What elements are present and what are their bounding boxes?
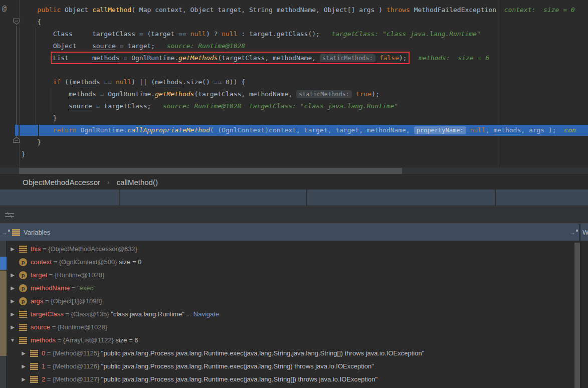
variable-value: = {Runtime@1028} xyxy=(50,321,107,334)
code-line[interactable]: } xyxy=(0,136,588,148)
code-editor[interactable]: @ public Object callMethod( Map context,… xyxy=(0,0,588,174)
expand-arrow-icon[interactable]: ▶ xyxy=(9,269,16,282)
code-token: , xyxy=(486,126,494,134)
code-line[interactable]: source = targetClass; source: Runtime@10… xyxy=(0,100,588,112)
expand-arrow-icon[interactable]: ▶ xyxy=(20,347,27,360)
parameter-icon: p xyxy=(19,284,27,292)
breadcrumb-class[interactable]: ObjectMethodAccessor xyxy=(23,178,100,186)
band-segment[interactable] xyxy=(496,189,588,206)
watches-panel-title[interactable]: W xyxy=(582,229,588,236)
expand-arrow-icon[interactable]: ▶ xyxy=(9,295,16,308)
variable-row[interactable]: ▶1 = {Method@1126} "public java.lang.Pro… xyxy=(7,360,574,373)
variable-row[interactable]: ▶targetClass = {Class@135} "class java.l… xyxy=(7,308,574,321)
variable-row[interactable]: ▶2 = {Method@1127} "public java.lang.Pro… xyxy=(7,373,574,386)
expand-arrow-icon[interactable]: ▶ xyxy=(20,360,27,373)
variables-panel: ▶this = {ObjectMethodAccessor@632}pconte… xyxy=(0,241,588,388)
code-token xyxy=(375,54,379,62)
variable-name: source xyxy=(31,321,50,334)
code-token: , args ); xyxy=(521,126,564,134)
vertical-scrollbar-thumb[interactable] xyxy=(574,243,580,388)
panel-splitter[interactable] xyxy=(579,224,580,241)
code-line[interactable]: public Object callMethod( Map context, O… xyxy=(0,4,588,16)
watches-pin-icon[interactable]: → xyxy=(569,229,575,236)
code-line[interactable]: Object source = target; source: Runtime@… xyxy=(0,40,588,52)
variable-row[interactable]: ▶pargs = {Object[1]@1098} xyxy=(7,295,574,308)
code-line[interactable] xyxy=(0,64,588,76)
band-segment[interactable] xyxy=(0,189,120,206)
breadcrumb-method[interactable]: callMethod() xyxy=(116,178,158,186)
band-segment[interactable] xyxy=(307,189,496,206)
stripe-selection-marker xyxy=(0,257,7,270)
stripe-scroll-marker[interactable] xyxy=(0,271,7,356)
inline-debugger-hint: con xyxy=(564,126,575,134)
code-token: methods xyxy=(69,90,96,98)
expand-arrow-icon[interactable]: ▶ xyxy=(9,321,16,334)
gutter-separator xyxy=(38,124,39,136)
code-line[interactable]: } xyxy=(0,148,588,160)
code-token: = targetClass; xyxy=(92,102,163,110)
code-token: OgnlRuntime. xyxy=(77,126,128,134)
variable-row[interactable]: ▶source = {Runtime@1028} xyxy=(7,321,574,334)
horizontal-scrollbar[interactable] xyxy=(0,167,588,174)
code-token: getMethods xyxy=(178,54,218,62)
variables-tree: ▶this = {ObjectMethodAccessor@632}pconte… xyxy=(7,243,574,386)
code-token xyxy=(22,6,37,14)
debugger-toolbar xyxy=(0,206,588,224)
field-icon xyxy=(30,350,38,357)
expand-arrow-icon[interactable]: ▼ xyxy=(9,334,16,347)
inline-debugger-hint: source: Runtime@1028 targetClass: "class… xyxy=(163,102,399,110)
expand-arrow-icon[interactable]: ▶ xyxy=(9,282,16,295)
panel-splitter[interactable] xyxy=(580,241,581,388)
variable-value: = {Method@1126} xyxy=(45,360,101,373)
expand-arrow-icon[interactable]: ▶ xyxy=(9,243,16,256)
code-line[interactable]: methods = OgnlRuntime.getMethods(targetC… xyxy=(0,88,588,100)
variable-value: = {Object[1]@1098} xyxy=(43,295,102,308)
code-token: null xyxy=(470,126,485,134)
variable-name: this xyxy=(31,243,41,256)
parameter-name-hint: staticMethods: xyxy=(296,90,352,98)
variable-name: target xyxy=(31,269,47,282)
variable-row[interactable]: pcontext = {OgnlContext@500} size = 0 xyxy=(7,256,574,269)
breadcrumb-separator-icon: › xyxy=(107,178,109,186)
code-token: } xyxy=(22,150,26,158)
expand-arrow-icon[interactable]: ▶ xyxy=(9,308,16,321)
variable-name: methods xyxy=(31,334,56,347)
code-token xyxy=(22,102,69,110)
variable-row[interactable]: ▶0 = {Method@1125} "public java.lang.Pro… xyxy=(7,347,574,360)
variable-row[interactable]: ▼methods = {ArrayList@1122} size = 6 xyxy=(7,334,574,347)
variable-row[interactable]: ▶this = {ObjectMethodAccessor@632} xyxy=(7,243,574,256)
code-line[interactable]: if ((methods == null) || (methods.size()… xyxy=(0,76,588,88)
pin-panel-icon[interactable]: → xyxy=(2,229,8,236)
code-token: Object xyxy=(61,6,92,14)
code-token: return xyxy=(53,126,77,134)
variable-name: context xyxy=(31,256,52,269)
code-token: methods xyxy=(73,78,100,86)
variable-row[interactable]: ▶ptarget = {Runtime@1028} xyxy=(7,269,574,282)
code-token: == xyxy=(100,78,116,86)
horizontal-scrollbar-thumb[interactable] xyxy=(19,168,402,174)
code-token: (targetClass, methodName, xyxy=(218,54,320,62)
code-token: source xyxy=(92,42,116,50)
variable-row[interactable]: ▶pmethodName = "exec" xyxy=(7,282,574,295)
expand-arrow-icon[interactable]: ▶ xyxy=(20,373,27,386)
code-token xyxy=(22,54,53,62)
code-token: true xyxy=(356,90,371,98)
code-token: methods xyxy=(92,54,120,62)
code-token: ) ? xyxy=(206,30,222,38)
variable-name: 2 xyxy=(42,373,45,386)
code-token: List xyxy=(53,54,92,62)
navigate-link[interactable]: Navigate xyxy=(193,308,219,321)
code-token: ) || ( xyxy=(131,78,155,86)
code-token: } xyxy=(53,114,57,122)
layout-settings-icon[interactable] xyxy=(5,211,15,219)
execution-line[interactable]: return OgnlRuntime.callAppropriateMethod… xyxy=(0,124,588,136)
code-token: ); xyxy=(371,90,379,98)
code-line[interactable]: List methods = OgnlRuntime.getMethods(ta… xyxy=(0,52,588,64)
code-line[interactable]: { xyxy=(0,16,588,28)
code-line[interactable]: } xyxy=(0,112,588,124)
band-segment[interactable] xyxy=(120,189,307,206)
code-line[interactable]: Class targetClass = (target == null) ? n… xyxy=(0,28,588,40)
inline-debugger-hint: targetClass: "class java.lang.Runtime" xyxy=(331,30,480,38)
variables-panel-title[interactable]: Variables xyxy=(24,229,50,236)
code-token: null xyxy=(190,30,206,38)
